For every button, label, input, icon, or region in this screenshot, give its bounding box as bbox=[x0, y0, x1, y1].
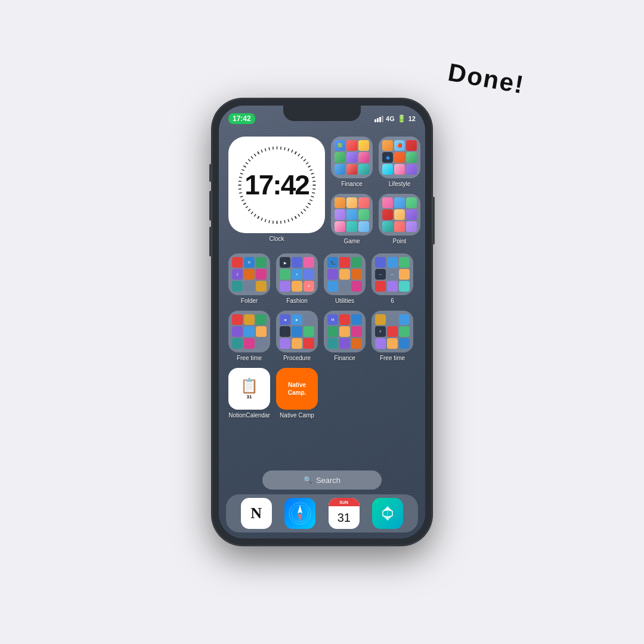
volume-up-button bbox=[209, 191, 212, 221]
svg-line-50 bbox=[243, 166, 246, 168]
svg-line-11 bbox=[309, 169, 312, 171]
clock-widget[interactable]: 17:42 bbox=[228, 137, 325, 233]
svg-line-24 bbox=[298, 214, 299, 216]
freetime1-label: Free time bbox=[237, 355, 262, 362]
battery-level: 12 bbox=[408, 115, 416, 122]
svg-line-4 bbox=[291, 150, 292, 153]
search-icon: 🔍 bbox=[304, 476, 312, 484]
app-item-notion-calendar[interactable]: 📋 31 NotionCalendar bbox=[228, 368, 270, 419]
svg-line-32 bbox=[268, 220, 269, 223]
svg-line-35 bbox=[258, 216, 259, 218]
app-item-native-camp[interactable]: Native Camp. Native Camp bbox=[276, 368, 318, 419]
finance2-label: Finance bbox=[334, 355, 355, 362]
procedure-icon: ◀ ▶ bbox=[276, 311, 318, 352]
fashion-icon: ▶ ✕ P bbox=[276, 253, 318, 295]
svg-line-8 bbox=[304, 159, 306, 161]
finance-folder-icon: 💹 bbox=[331, 137, 373, 178]
svg-line-28 bbox=[284, 220, 284, 223]
six-label: 6 bbox=[391, 298, 394, 305]
native-camp-icon: Native Camp. bbox=[276, 368, 318, 410]
svg-line-27 bbox=[288, 219, 289, 222]
native-camp-label: Native Camp bbox=[280, 412, 314, 419]
svg-line-21 bbox=[306, 206, 308, 208]
power-button bbox=[432, 197, 435, 244]
signal-icon bbox=[374, 116, 383, 122]
clock-ticks bbox=[234, 142, 320, 228]
search-bar[interactable]: 🔍 Search bbox=[262, 470, 382, 490]
apps-row-3: R Z Folder bbox=[228, 253, 416, 305]
point-label: Point bbox=[393, 238, 407, 245]
svg-line-1 bbox=[280, 146, 281, 149]
svg-line-42 bbox=[240, 196, 243, 197]
status-right: 4G 🔋 12 bbox=[374, 114, 416, 123]
svg-line-33 bbox=[265, 219, 266, 222]
point-folder-icon bbox=[379, 194, 420, 236]
app-item-fashion[interactable]: ▶ ✕ P bbox=[276, 253, 318, 305]
svg-line-3 bbox=[288, 148, 289, 151]
app-item-freetime1[interactable]: Free time bbox=[228, 311, 270, 362]
notion-calendar-label: NotionCalendar bbox=[228, 412, 270, 419]
svg-line-9 bbox=[306, 162, 308, 164]
svg-line-43 bbox=[239, 192, 242, 193]
dock-item-notion[interactable]: N bbox=[241, 498, 272, 529]
svg-line-51 bbox=[245, 162, 247, 164]
dock-item-safari[interactable] bbox=[284, 498, 315, 529]
svg-line-53 bbox=[251, 156, 253, 159]
network-label: 4G bbox=[386, 115, 395, 122]
search-label: Search bbox=[316, 476, 340, 485]
app-item-freetime2[interactable]: F Free time bbox=[371, 311, 413, 362]
phone-wrapper: 17:42 4G 🔋 12 bbox=[212, 98, 432, 546]
top-folders-row: 💹 bbox=[331, 137, 420, 188]
svg-line-31 bbox=[273, 221, 273, 224]
svg-line-41 bbox=[242, 199, 244, 200]
svg-line-49 bbox=[242, 169, 244, 171]
svg-line-10 bbox=[308, 166, 310, 168]
app-item-lifestyle[interactable]: 🍎 🔷 bbox=[379, 137, 420, 188]
svg-line-6 bbox=[298, 153, 299, 156]
svg-line-17 bbox=[312, 192, 315, 193]
svg-line-40 bbox=[243, 203, 246, 205]
dock-item-calendar[interactable]: SUN 31 bbox=[329, 498, 360, 529]
svg-line-14 bbox=[312, 181, 315, 181]
phone-outer: 17:42 4G 🔋 12 bbox=[212, 98, 432, 546]
svg-line-59 bbox=[273, 146, 273, 149]
svg-line-39 bbox=[245, 206, 247, 208]
svg-line-29 bbox=[280, 221, 281, 224]
svg-line-57 bbox=[265, 148, 266, 151]
perplexity-icon bbox=[378, 504, 397, 523]
game-folder-icon bbox=[331, 194, 373, 236]
app-item-game[interactable]: Game bbox=[331, 194, 373, 245]
svg-line-52 bbox=[248, 159, 250, 161]
app-item-six[interactable]: — — 6 bbox=[371, 253, 413, 305]
svg-line-19 bbox=[309, 199, 312, 200]
svg-line-37 bbox=[251, 212, 253, 214]
lifestyle-label: Lifestyle bbox=[389, 181, 411, 188]
clock-label: Clock bbox=[269, 236, 284, 243]
svg-line-54 bbox=[254, 153, 256, 156]
app-item-finance[interactable]: 💹 bbox=[331, 137, 373, 188]
svg-line-56 bbox=[261, 150, 262, 153]
freetime1-icon bbox=[228, 311, 270, 352]
svg-line-58 bbox=[268, 147, 269, 150]
clock-face: 17:42 bbox=[234, 142, 320, 228]
safari-compass-icon bbox=[284, 498, 315, 529]
utilities-label: Utilities bbox=[335, 298, 354, 305]
battery-icon: 🔋 bbox=[397, 114, 406, 123]
app-item-finance2[interactable]: M bbox=[324, 311, 366, 362]
app-item-point[interactable]: Point bbox=[379, 194, 420, 245]
apps-row-5: 📋 31 NotionCalendar Native Camp. bbox=[228, 368, 416, 419]
screen-background: 17:42 4G 🔋 12 bbox=[219, 106, 425, 538]
svg-line-55 bbox=[258, 151, 259, 154]
svg-line-18 bbox=[311, 196, 314, 197]
app-item-folder[interactable]: R Z Folder bbox=[228, 253, 270, 305]
svg-line-12 bbox=[311, 173, 314, 174]
app-item-procedure[interactable]: ◀ ▶ bbox=[276, 311, 318, 362]
dock-item-perplexity[interactable] bbox=[372, 498, 403, 529]
freetime2-icon: F bbox=[371, 311, 413, 352]
app-item-utilities[interactable]: 📞 bbox=[324, 253, 366, 305]
lifestyle-folder-icon: 🍎 🔷 bbox=[379, 137, 420, 178]
svg-line-23 bbox=[301, 212, 302, 214]
clock-widget-container: 17:42 Clock bbox=[228, 137, 325, 243]
volume-down-button bbox=[209, 227, 212, 256]
svg-line-26 bbox=[291, 218, 292, 221]
